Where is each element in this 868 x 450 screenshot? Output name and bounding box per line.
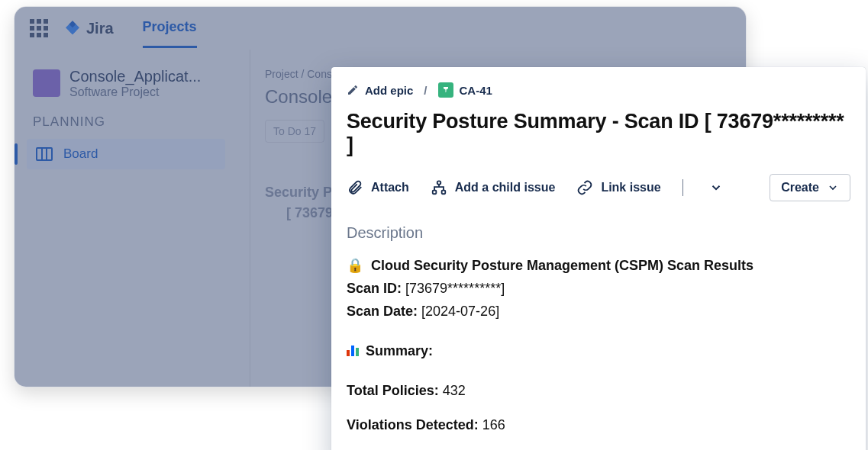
issue-title[interactable]: Security Posture Summary - Scan ID [ 736… <box>347 110 850 157</box>
brand-text: Jira <box>86 20 114 37</box>
svg-rect-2 <box>441 191 445 194</box>
scan-date-label: Scan Date: <box>347 304 418 319</box>
board-icon <box>36 147 53 161</box>
status-pill-faded: To Do 17 <box>265 120 324 143</box>
chevron-down-icon <box>827 182 839 194</box>
add-child-issue-button[interactable]: Add a child issue <box>431 179 556 196</box>
total-policies-value: 432 <box>443 383 466 398</box>
issue-key-label: CA-41 <box>460 84 492 97</box>
link-issue-label: Link issue <box>601 181 660 194</box>
chart-icon <box>347 344 359 356</box>
sidebar: Console_Applicat... Software Project PLA… <box>15 50 244 387</box>
issue-detail-modal: Add epic / CA-41 Security Posture Summar… <box>331 67 866 450</box>
description-label: Description <box>347 224 850 242</box>
breadcrumb-separator: / <box>424 84 427 97</box>
jira-logo[interactable]: Jira <box>63 19 114 37</box>
sidebar-item-board[interactable]: Board <box>27 139 225 169</box>
project-avatar <box>33 69 60 97</box>
svg-rect-1 <box>433 191 437 194</box>
project-name: Console_Applicat... <box>69 68 201 85</box>
sidebar-heading-planning: PLANNING <box>33 114 244 130</box>
scan-id-label: Scan ID: <box>347 281 402 296</box>
scan-date-value: [2024-07-26] <box>421 304 499 319</box>
link-icon <box>576 179 593 196</box>
jira-icon <box>63 19 82 37</box>
desc-heading: Cloud Security Posture Management (CSPM)… <box>371 256 753 277</box>
scan-id-value: [73679**********] <box>405 281 505 296</box>
add-epic-link[interactable]: Add epic <box>347 84 413 97</box>
issue-type-icon <box>438 82 453 98</box>
create-button[interactable]: Create <box>770 174 850 201</box>
violations-label: Violations Detected: <box>347 417 479 432</box>
chevron-down-icon <box>709 181 723 194</box>
add-epic-label: Add epic <box>365 84 413 97</box>
project-header[interactable]: Console_Applicat... Software Project <box>33 68 244 99</box>
sidebar-item-label: Board <box>63 146 98 162</box>
attach-icon <box>347 179 363 196</box>
issue-key-link[interactable]: CA-41 <box>438 82 492 98</box>
issue-actions: Attach Add a child issue Link issue Crea… <box>347 174 850 201</box>
hierarchy-icon <box>431 179 447 196</box>
total-policies-label: Total Policies: <box>347 383 439 398</box>
link-issue-button[interactable]: Link issue <box>576 179 660 196</box>
add-child-label: Add a child issue <box>455 181 556 194</box>
more-actions-button[interactable] <box>705 178 728 198</box>
violations-value: 166 <box>482 417 505 432</box>
jira-header: Jira Projects <box>15 7 746 50</box>
lock-icon: 🔒 <box>347 256 363 277</box>
create-label: Create <box>781 181 819 194</box>
attach-button[interactable]: Attach <box>347 179 409 196</box>
description-body[interactable]: 🔒 Cloud Security Posture Management (CSP… <box>347 256 850 436</box>
action-separator <box>682 179 683 196</box>
project-type: Software Project <box>69 85 201 99</box>
epic-pencil-icon <box>347 84 359 96</box>
svg-point-0 <box>437 181 440 185</box>
summary-label: Summary: <box>366 343 433 358</box>
attach-label: Attach <box>371 181 409 194</box>
modal-breadcrumb: Add epic / CA-41 <box>347 82 850 98</box>
nav-tab-projects[interactable]: Projects <box>143 8 197 48</box>
apps-switcher-icon[interactable] <box>30 19 48 37</box>
